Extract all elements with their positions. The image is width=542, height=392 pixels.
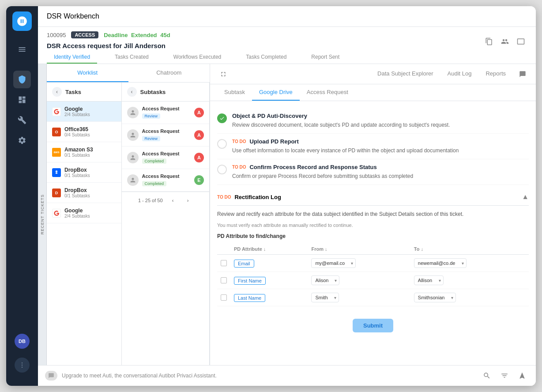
subtask-badge-4: Completed [142,181,167,186]
ticket-tabs: Identity Verified Tasks Created Workflow… [47,51,527,64]
ticket-tab-tasks-completed[interactable]: Tasks Completed [239,51,294,64]
tasks-panel: ‹ Tasks Google 2/4 Subtasks [47,83,122,365]
sidebar-item-dashboard[interactable] [13,91,31,109]
sidebar-item-shield[interactable] [13,71,31,88]
filter-bottom-icon[interactable] [498,369,511,382]
task-2-desc: Use offset information to locate every i… [232,147,529,155]
to-lastname-wrapper: Smithsonian [414,293,456,302]
task-item-amazon[interactable]: aws Amazon S3 0/1 Subtasks [47,142,121,162]
ticket-header: 100095 ACCESS Deadline Extended 45d DSR … [38,27,536,64]
task-info-dropbox2: DropBox 0/1 Subtasks [64,187,116,198]
task-item-dropbox-2[interactable]: D DropBox 0/1 Subtasks [47,183,121,203]
subtask-item-1[interactable]: Access Request Review A [122,102,209,124]
subtask-letter-2: A [194,130,204,140]
ticket-tab-identity[interactable]: Identity Verified [47,51,97,64]
subtask-avatar-2 [127,129,139,141]
detail-tab-audit[interactable]: Audit Log [440,66,479,82]
task-item-google-1[interactable]: Google 2/4 Subtasks [47,102,121,122]
task-item-dropbox-1[interactable]: DropBox 0/1 Subtasks [47,162,121,183]
tab-chatroom[interactable]: Chatroom [128,64,210,82]
tasks-header: ‹ Tasks [47,83,121,102]
search-bottom-icon[interactable] [480,369,493,382]
detail-panel: Data Subject Explorer Audit Log Reports [210,64,536,365]
task-logo-amazon: aws [52,148,61,157]
tab-subtask[interactable]: Subtask [217,84,252,101]
task-name-amazon: Amazon S3 [64,147,116,153]
sidebar-dots-icon[interactable] [15,358,30,373]
subtask-letter-4: E [194,175,204,185]
tasks-back-btn[interactable]: ‹ [52,87,62,97]
tasks-title: Tasks [65,89,81,95]
subtask-item-2[interactable]: Access Request Review A [122,124,209,147]
subtask-badge-3: Completed [142,158,167,164]
app-logo[interactable] [12,11,32,31]
deadline-days: 45d [160,32,170,38]
subtask-item-3[interactable]: Access Request Completed A [122,147,209,169]
to-lastname-select[interactable]: Smithsonian [414,293,456,302]
col-from: From ↓ [308,244,410,255]
tab-google-drive[interactable]: Google Drive [252,84,300,101]
col-to: To ↓ [410,244,529,255]
from-lastname-select[interactable]: Smith [311,293,339,302]
rect-title: TO DO Rectification Log [217,194,281,200]
sidebar-item-tools[interactable] [13,111,31,129]
checkbox-firstname[interactable] [221,277,227,283]
task-3-title: TO DO Confirm Process Record and Respons… [232,164,529,170]
comment-icon[interactable] [516,68,529,80]
svg-point-0 [22,362,23,363]
subtasks-title: Subtasks [140,89,166,95]
ticket-tab-tasks-created[interactable]: Tasks Created [108,51,156,64]
tab-worklist[interactable]: Worklist [47,64,128,82]
to-email-select[interactable]: newemail@co.de [414,258,467,268]
page-title: DSR Workbench [47,12,99,20]
attr-tag-firstname: First Name [234,277,266,285]
task-info-google2: Google 2/4 Subtasks [64,207,116,219]
task-3-title-text: Confirm Process Record and Response Stat… [249,164,376,170]
ticket-action-btn-2[interactable] [499,35,511,48]
checkbox-email[interactable] [221,260,227,266]
ticket-tab-workflows[interactable]: Workflows Executed [166,51,229,64]
user-avatar[interactable]: DB [15,334,30,349]
ticket-action-btn-1[interactable] [483,35,495,48]
next-page-btn[interactable]: › [183,196,193,205]
task-sub-dropbox2: 0/1 Subtasks [64,193,116,198]
from-firstname-select[interactable]: Alison [311,275,339,285]
expand-icon[interactable] [217,68,230,80]
task-logo-dropbox2: D [52,188,61,197]
task-logo-office: O [52,128,61,136]
detail-tab-reports[interactable]: Reports [478,66,513,82]
to-firstname-wrapper: Allison [414,275,444,285]
ticket-action-btn-3[interactable] [515,35,527,48]
main-panel-tabs: Worklist Chatroom [47,64,210,83]
task-row-3: TO DO Confirm Process Record and Respons… [217,159,529,185]
ticket-tab-report[interactable]: Report Sent [304,51,346,64]
recent-tickets-bar[interactable]: RECENT TICKETS [38,64,47,365]
rect-collapse-btn[interactable]: ▲ [522,193,529,201]
rect-title-text: Rectification Log [234,194,281,200]
task-sub-dropbox1: 0/1 Subtasks [64,173,116,178]
task-sub-office: 0/4 Subtasks [64,132,116,137]
tab-access-request[interactable]: Access Request [300,84,355,101]
detail-tab-data-subject[interactable]: Data Subject Explorer [370,66,440,82]
from-lastname-wrapper: Smith [311,293,339,302]
task-item-google-2[interactable]: Google 2/4 Subtasks [47,203,121,223]
recent-tickets-label: RECENT TICKETS [40,194,45,234]
from-email-select[interactable]: my@email.co [311,258,356,268]
task-name-dropbox2: DropBox [64,187,116,193]
prev-page-btn[interactable]: ‹ [168,196,178,205]
subtask-name-3: Access Request [142,151,191,156]
task-name-office: Office365 [64,126,116,132]
from-firstname-wrapper: Alison [311,275,339,285]
submit-button[interactable]: Submit [353,319,393,332]
to-firstname-select[interactable]: Allison [414,275,444,285]
subtasks-back-btn[interactable]: ‹ [127,87,137,97]
task-item-office365[interactable]: O Office365 0/4 Subtasks [47,122,121,142]
col-checkbox [217,244,230,255]
nav-bottom-icon[interactable] [516,369,529,382]
subtask-item-4[interactable]: Access Request Completed E [122,169,209,192]
sidebar-menu-icon[interactable] [13,41,31,58]
checkbox-lastname[interactable] [221,294,227,301]
sidebar-item-settings[interactable] [13,132,31,149]
subtask-info-3: Access Request Completed [142,151,191,164]
detail-content: Object & PD Auti-Discovery Review discov… [210,101,536,339]
